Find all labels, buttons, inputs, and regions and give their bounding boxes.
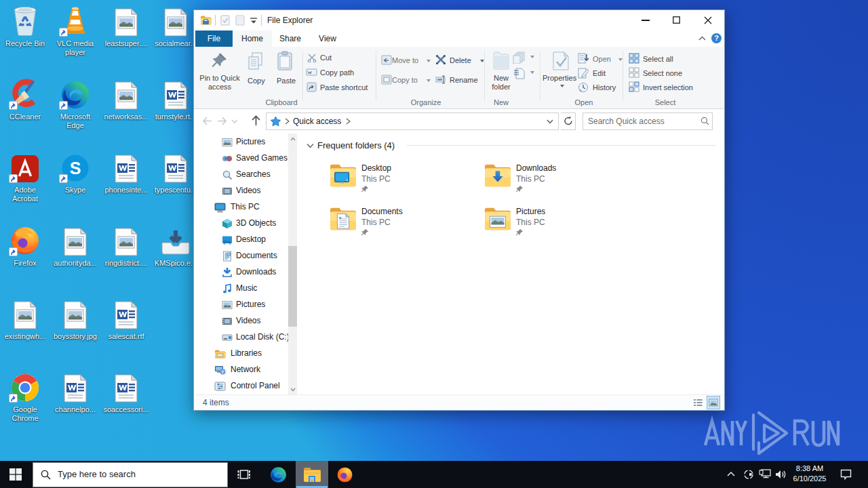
svg-text:S: S [70,159,81,178]
